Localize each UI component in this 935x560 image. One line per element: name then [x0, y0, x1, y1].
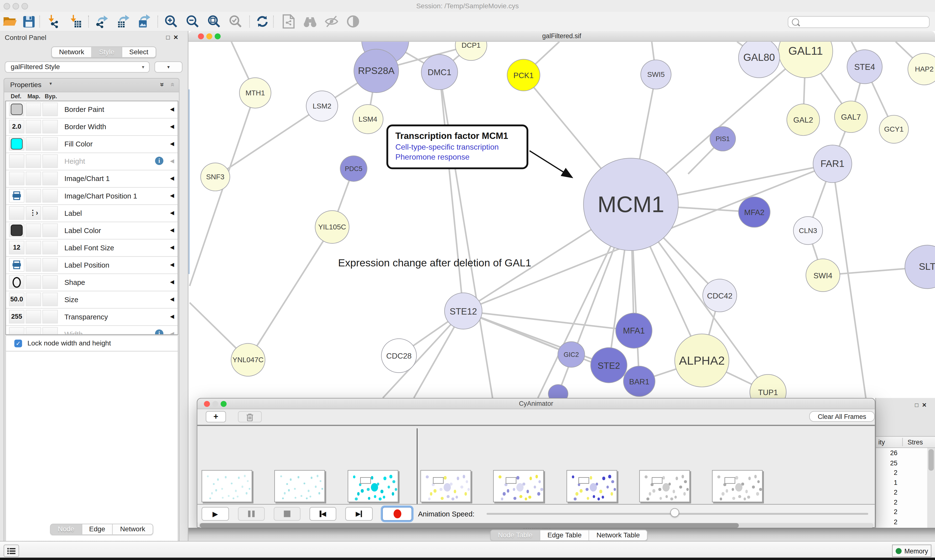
mapping-cell[interactable] — [26, 327, 41, 335]
memory-button[interactable]: Memory — [892, 545, 932, 557]
default-value-cell[interactable] — [9, 275, 25, 289]
bypass-cell[interactable] — [42, 275, 58, 289]
close-window-icon[interactable] — [198, 33, 204, 39]
window-close-icon[interactable] — [4, 3, 10, 9]
close-panel-icon[interactable]: ✕ — [173, 34, 182, 41]
export-table-button[interactable] — [114, 14, 132, 29]
bypass-cell[interactable] — [42, 137, 58, 151]
animation-frame[interactable] — [347, 470, 398, 502]
record-button[interactable] — [382, 507, 412, 521]
import-table-button[interactable] — [66, 14, 84, 29]
close-window-icon[interactable] — [204, 401, 210, 407]
default-value-cell[interactable] — [9, 189, 25, 202]
bypass-cell[interactable] — [42, 292, 58, 306]
bypass-cell[interactable] — [42, 327, 58, 335]
mapping-cell[interactable] — [26, 189, 41, 202]
tab-network[interactable]: Network — [52, 47, 92, 57]
tab-network-table[interactable]: Network Table — [589, 530, 647, 540]
import-network-button[interactable] — [44, 14, 62, 29]
timeline[interactable]: Seconds 0123456789 — [197, 426, 875, 504]
expand-property-icon[interactable]: ◀ — [170, 210, 174, 215]
default-value-cell[interactable]: 50.0 — [9, 292, 25, 306]
mapping-cell[interactable] — [26, 275, 41, 289]
property-row[interactable]: Widthi◀ — [6, 326, 177, 335]
info-icon[interactable]: i — [155, 329, 164, 335]
window-minimize-icon[interactable] — [12, 3, 19, 9]
property-row[interactable]: Image/Chart 1◀ — [6, 170, 177, 188]
property-row[interactable]: ⋮›Label◀ — [6, 205, 177, 222]
bypass-cell[interactable] — [42, 258, 58, 271]
animation-frame[interactable] — [639, 470, 690, 502]
annotation-link[interactable]: Pheromone response — [395, 152, 521, 162]
tab-node[interactable]: Node — [51, 524, 82, 534]
mapping-cell[interactable] — [26, 137, 41, 151]
scrollbar-thumb[interactable] — [200, 523, 739, 528]
default-value-cell[interactable] — [9, 258, 25, 271]
mapping-cell[interactable] — [26, 120, 41, 133]
animation-frame[interactable] — [566, 470, 617, 502]
window-zoom-icon[interactable] — [22, 3, 28, 9]
expand-property-icon[interactable]: ◀ — [170, 175, 174, 181]
expand-all-icon[interactable]: » — [159, 83, 167, 86]
default-value-cell[interactable] — [9, 206, 25, 220]
tab-style[interactable]: Style — [92, 47, 122, 57]
tab-edge-table[interactable]: Edge Table — [540, 530, 589, 540]
zoom-out-button[interactable] — [184, 14, 201, 29]
expand-property-icon[interactable]: ◀ — [170, 141, 174, 146]
properties-header[interactable]: Properties ▾ » » — [4, 78, 179, 92]
style-options-button[interactable]: ▾ — [154, 61, 182, 73]
property-row[interactable]: Label Color◀ — [6, 222, 177, 239]
zoom-fit-button[interactable] — [205, 14, 223, 29]
expand-property-icon[interactable]: ◀ — [170, 192, 174, 198]
bypass-cell[interactable] — [42, 154, 58, 168]
network-window-titlebar[interactable]: galFiltered.sif — [188, 31, 935, 42]
default-value-cell[interactable] — [9, 137, 25, 151]
mapping-cell[interactable] — [26, 310, 41, 323]
default-value-cell[interactable]: 255 — [9, 310, 25, 323]
bypass-cell[interactable] — [42, 189, 58, 202]
expand-property-icon[interactable]: ◀ — [170, 331, 174, 335]
show-panels-button[interactable] — [4, 545, 19, 557]
cyanimator-titlebar[interactable]: CyAnimator — [197, 398, 875, 409]
expand-property-icon[interactable]: ◀ — [170, 158, 174, 164]
apply-layout-button[interactable] — [253, 14, 271, 29]
annotation-box[interactable]: Transcription factor MCM1 Cell-type-spec… — [386, 125, 528, 169]
mapping-cell[interactable] — [26, 292, 41, 306]
bypass-cell[interactable] — [42, 120, 58, 133]
zoom-window-icon[interactable] — [221, 401, 227, 407]
save-session-button[interactable] — [20, 14, 37, 29]
expand-property-icon[interactable]: ◀ — [170, 244, 174, 250]
mapping-cell[interactable] — [26, 223, 41, 237]
mapping-cell[interactable]: ⋮› — [26, 206, 41, 220]
mapping-cell[interactable] — [26, 154, 41, 168]
property-row[interactable]: Label Position◀ — [6, 257, 177, 274]
tab-network[interactable]: Network — [113, 524, 153, 534]
slider-handle[interactable] — [670, 508, 679, 517]
mapping-cell[interactable] — [26, 171, 41, 185]
checkbox-checked-icon[interactable]: ✓ — [14, 340, 22, 348]
bypass-cell[interactable] — [42, 171, 58, 185]
export-network-button[interactable] — [93, 14, 110, 29]
zoom-window-icon[interactable] — [215, 33, 221, 39]
expand-property-icon[interactable]: ◀ — [170, 313, 174, 319]
zoom-in-button[interactable] — [162, 14, 180, 29]
annotation-link[interactable]: Cell-type-specific transcription — [395, 142, 521, 151]
style-selector[interactable]: galFiltered Style ▾ — [5, 61, 150, 73]
lock-size-row[interactable]: ✓ Lock node width and height — [5, 336, 178, 352]
timeline-scrollbar[interactable] — [199, 523, 874, 528]
property-row[interactable]: Shape◀ — [6, 274, 177, 291]
property-row[interactable]: Fill Color◀ — [6, 136, 177, 153]
animation-frame[interactable] — [712, 470, 762, 502]
tab-select[interactable]: Select — [122, 47, 155, 57]
expand-property-icon[interactable]: ◀ — [170, 227, 174, 233]
property-row[interactable]: Heighti◀ — [6, 153, 177, 170]
bypass-cell[interactable] — [42, 241, 58, 254]
mapping-cell[interactable] — [26, 258, 41, 271]
animation-frame[interactable] — [202, 470, 252, 502]
default-value-cell[interactable]: 2.0 — [9, 120, 25, 133]
bypass-cell[interactable] — [42, 102, 58, 116]
expand-property-icon[interactable]: ◀ — [170, 106, 174, 112]
tab-edge[interactable]: Edge — [82, 524, 113, 534]
property-row[interactable]: 50.0Size◀ — [6, 291, 177, 309]
animation-frame[interactable] — [493, 470, 544, 502]
